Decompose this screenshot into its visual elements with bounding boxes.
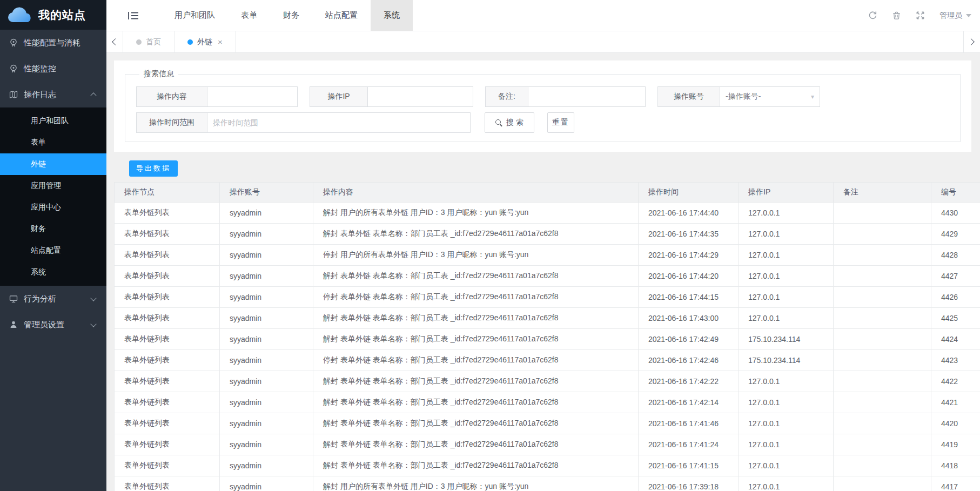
sidebar-item-behavior-analysis[interactable]: 行为分析 [0, 286, 106, 312]
table-cell: 解封 表单外链 表单名称：部门员工表 _id:f7ed2729e46117a01… [313, 266, 639, 287]
nav-item[interactable]: 系统 [371, 0, 413, 31]
nav-item[interactable]: 表单 [228, 0, 270, 31]
table-cell: 表单外链列表 [115, 413, 220, 434]
table-cell [834, 392, 931, 413]
tab-close-icon[interactable]: × [218, 37, 223, 46]
table-cell: syyadmin [220, 308, 313, 329]
table-cell [834, 371, 931, 392]
table-cell: 4425 [931, 308, 980, 329]
table-header: 操作节点操作账号操作内容操作时间操作IP备注编号 [115, 183, 980, 203]
table-cell: 4422 [931, 371, 980, 392]
table-cell: 2021-06-16 17:44:29 [639, 245, 739, 266]
page-tab[interactable]: 首页 [123, 31, 174, 52]
column-header: 操作节点 [115, 183, 220, 203]
fullscreen-icon[interactable] [916, 11, 925, 20]
page-tab[interactable]: 外链× [174, 31, 236, 52]
user-menu[interactable]: 管理员 [939, 11, 971, 21]
gauge-icon [9, 64, 18, 73]
table-cell: syyadmin [220, 392, 313, 413]
sidebar-item-label: 性能配置与消耗 [24, 38, 80, 48]
sidebar-subitem[interactable]: 系统 [0, 261, 106, 283]
tab-dot-icon [187, 39, 193, 45]
sidebar-subitem[interactable]: 外链 [0, 153, 106, 175]
table-cell [834, 434, 931, 455]
sidebar-item-performance-monitor[interactable]: 性能监控 [0, 56, 106, 82]
account-select[interactable]: -操作账号- ▾ [720, 86, 820, 107]
time-range-input[interactable] [207, 112, 471, 133]
tabs-scroll-right-button[interactable] [963, 31, 980, 52]
table-cell: 表单外链列表 [115, 203, 220, 224]
sidebar-item-operation-log[interactable]: 操作日志 [0, 82, 106, 107]
content-input[interactable] [207, 86, 298, 107]
user-name: 管理员 [939, 11, 962, 21]
table-cell: 4430 [931, 203, 980, 224]
sidebar-item-label: 行为分析 [24, 294, 56, 304]
table-cell: 2021-06-16 17:42:49 [639, 329, 739, 350]
tabbar: 首页外链× [106, 31, 980, 53]
monitor-icon [9, 294, 18, 304]
table-cell: syyadmin [220, 245, 313, 266]
sidebar-subitem[interactable]: 用户和团队 [0, 110, 106, 132]
ip-input[interactable] [367, 86, 473, 107]
export-data-button[interactable]: 导出数据 [129, 160, 178, 177]
table-cell: 127.0.0.1 [739, 413, 834, 434]
top-nav: 用户和团队表单财务站点配置系统 [162, 0, 413, 31]
column-header: 编号 [931, 183, 980, 203]
table-cell: 127.0.0.1 [739, 266, 834, 287]
table-row: 表单外链列表syyadmin解封 表单外链 表单名称：部门员工表 _id:f7e… [115, 455, 980, 476]
table-cell [834, 266, 931, 287]
sidebar: 我的站点 性能配置与消耗 性能监控 [0, 0, 106, 491]
sidebar-item-label: 管理员设置 [24, 320, 64, 330]
table-cell: 4429 [931, 224, 980, 245]
table-cell: syyadmin [220, 203, 313, 224]
table-cell: 解封 表单外链 表单名称：部门员工表 _id:f7ed2729e46117a01… [313, 392, 639, 413]
table-cell: 2021-06-16 17:42:46 [639, 350, 739, 371]
table-row: 表单外链列表syyadmin解封 用户的所有表单外链 用户ID：3 用户昵称：y… [115, 476, 980, 491]
table-cell: 127.0.0.1 [739, 476, 834, 491]
nav-item[interactable]: 用户和团队 [162, 0, 228, 31]
table-row: 表单外链列表syyadmin解封 表单外链 表单名称：部门员工表 _id:f7e… [115, 329, 980, 350]
table-row: 表单外链列表syyadmin解封 表单外链 表单名称：部门员工表 _id:f7e… [115, 308, 980, 329]
table-row: 表单外链列表syyadmin停封 表单外链 表单名称：部门员工表 _id:f7e… [115, 287, 980, 308]
table-cell: 2021-06-16 17:41:15 [639, 455, 739, 476]
collapse-sidebar-icon[interactable] [128, 11, 139, 20]
nav-item[interactable]: 站点配置 [312, 0, 371, 31]
table-cell [834, 329, 931, 350]
table-cell: 4424 [931, 329, 980, 350]
table-cell: syyadmin [220, 371, 313, 392]
content-field-label: 操作内容 [136, 86, 207, 107]
chevron-down-icon [90, 295, 96, 301]
trash-icon[interactable] [892, 11, 901, 20]
table-cell: syyadmin [220, 224, 313, 245]
nav-item[interactable]: 财务 [270, 0, 312, 31]
remark-input[interactable] [528, 86, 646, 107]
table-cell: syyadmin [220, 266, 313, 287]
table-cell: 表单外链列表 [115, 329, 220, 350]
refresh-icon[interactable] [868, 11, 877, 20]
sidebar-item-performance-config[interactable]: 性能配置与消耗 [0, 30, 106, 56]
table-cell: 4427 [931, 266, 980, 287]
sidebar-subitem[interactable]: 表单 [0, 132, 106, 153]
table-cell: 127.0.0.1 [739, 308, 834, 329]
sidebar-subitem[interactable]: 应用管理 [0, 175, 106, 197]
table-cell: 4421 [931, 392, 980, 413]
table-cell: 解封 表单外链 表单名称：部门员工表 _id:f7ed2729e46117a01… [313, 434, 639, 455]
search-button[interactable]: 搜 索 [485, 112, 534, 133]
table-cell [834, 476, 931, 491]
table-cell: 表单外链列表 [115, 455, 220, 476]
table-row: 表单外链列表syyadmin解封 表单外链 表单名称：部门员工表 _id:f7e… [115, 434, 980, 455]
app-root: 我的站点 性能配置与消耗 性能监控 [0, 0, 980, 491]
sidebar-subitem[interactable]: 应用中心 [0, 197, 106, 218]
caret-down-icon [966, 14, 971, 17]
table-cell [834, 455, 931, 476]
sidebar-item-admin-settings[interactable]: 管理员设置 [0, 312, 106, 338]
tabs-scroll-left-button[interactable] [106, 31, 123, 52]
table-cell: 表单外链列表 [115, 392, 220, 413]
sidebar-subitem[interactable]: 财务 [0, 218, 106, 240]
table-cell: 175.10.234.114 [739, 329, 834, 350]
table-cell: 4420 [931, 413, 980, 434]
table-cell: 175.10.234.114 [739, 350, 834, 371]
table-row: 表单外链列表syyadmin解封 表单外链 表单名称：部门员工表 _id:f7e… [115, 224, 980, 245]
sidebar-subitem[interactable]: 站点配置 [0, 240, 106, 261]
reset-button[interactable]: 重置 [547, 112, 574, 133]
